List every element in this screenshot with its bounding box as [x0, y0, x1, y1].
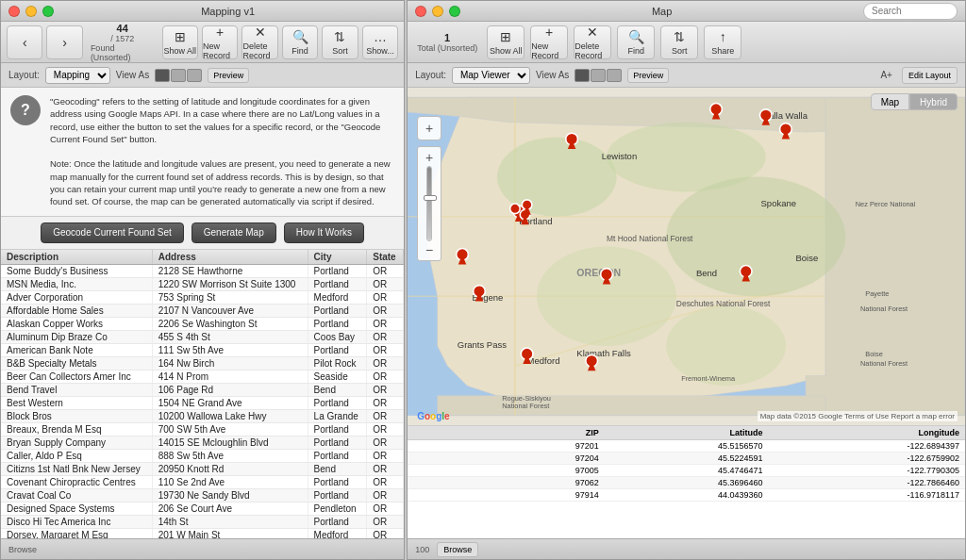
zoom-button[interactable]	[42, 6, 54, 17]
col-description[interactable]: Description	[1, 250, 152, 265]
table-row[interactable]: Cravat Coal Co 19730 Ne Sandy Blvd Portl…	[1, 488, 404, 502]
right-share-button[interactable]: ↑ Share	[704, 25, 741, 59]
layout-label: Layout:	[8, 70, 40, 80]
show-more-icon: …	[374, 29, 387, 44]
right-view-as-icons	[575, 69, 622, 82]
right-preview-button[interactable]: Preview	[627, 68, 669, 83]
pan-control[interactable]: +	[417, 116, 441, 140]
lower-data-table-container[interactable]: ZIP Latitude Longitude 97201 45.5156570 …	[408, 425, 965, 538]
preview-button[interactable]: Preview	[208, 68, 249, 83]
table-row[interactable]: Citizns 1st Natl Bnk New Jersey 20950 Kn…	[1, 462, 404, 475]
lower-table-row[interactable]: 97062 45.3696460 -122.7866460	[408, 477, 965, 489]
search-input[interactable]	[863, 3, 958, 20]
table-row[interactable]: MSN Media, Inc. 1220 SW Morrison St Suit…	[1, 277, 404, 290]
forward-button[interactable]: ›	[46, 25, 82, 59]
table-row[interactable]: Alaskan Copper Works 2206 Se Washington …	[1, 317, 404, 330]
records-table-container[interactable]: Description Address City State Some Budd…	[1, 250, 404, 538]
col-city[interactable]: City	[308, 250, 367, 265]
table-row[interactable]: Designed Space Systems 206 Se Court Ave …	[1, 502, 404, 515]
cell-description: Bend Travel	[1, 383, 152, 396]
map-container[interactable]: Portland Eugene Spokane Bend Lewiston Wa…	[408, 88, 965, 425]
lower-col-lng[interactable]: Longitude	[768, 426, 965, 440]
cell-state: OR	[367, 515, 404, 528]
right-delete-record-button[interactable]: ✕ Delete Record	[574, 25, 611, 59]
left-window: Mapping v1 ‹ › 44 / 1572 Found (Unsorted…	[0, 0, 405, 560]
table-row[interactable]: American Bank Note 111 Sw 5th Ave Portla…	[1, 343, 404, 356]
lower-table-row[interactable]: 97005 45.4746471 -122.7790305	[408, 465, 965, 477]
back-button[interactable]: ‹	[7, 25, 42, 59]
right-view-card-icon[interactable]	[607, 69, 622, 82]
sort-button[interactable]: ⇅ Sort	[322, 25, 358, 59]
right-sort-button[interactable]: ⇅ Sort	[660, 25, 698, 59]
cell-city: Portland	[308, 436, 367, 449]
view-list-icon[interactable]	[155, 69, 170, 82]
lower-table-row[interactable]: 97201 45.5156570 -122.6894397	[408, 440, 965, 453]
geocode-button[interactable]: Geocode Current Found Set	[41, 222, 184, 243]
generate-map-button[interactable]: Generate Map	[192, 222, 276, 243]
find-button[interactable]: 🔍 Find	[282, 25, 318, 59]
cell-address: 19730 Ne Sandy Blvd	[152, 488, 308, 502]
table-row[interactable]: Block Bros 10200 Wallowa Lake Hwy La Gra…	[1, 409, 404, 422]
table-row[interactable]: Caller, Aldo P Esq 888 Sw 5th Ave Portla…	[1, 449, 404, 462]
right-minimize-button[interactable]	[432, 6, 443, 17]
view-preview-icon[interactable]	[187, 69, 202, 82]
lower-cell-blank	[408, 453, 506, 465]
table-row[interactable]: Dorsey, Margaret M Esq 201 W Main St Med…	[1, 528, 404, 538]
right-view-grid-icon[interactable]	[591, 69, 606, 82]
table-row[interactable]: Affordable Home Sales 2107 N Vancouver A…	[1, 304, 404, 317]
right-layout-select[interactable]: Map Viewer	[452, 67, 530, 84]
table-row[interactable]: Aluminum Dip Braze Co 455 S 4th St Coos …	[1, 330, 404, 343]
map-tab-map[interactable]: Map	[871, 93, 909, 110]
right-zoom-button[interactable]	[449, 6, 460, 17]
zoom-out-btn[interactable]: −	[425, 243, 433, 256]
map-tab-hybrid[interactable]: Hybrid	[909, 93, 958, 110]
right-close-button[interactable]	[415, 6, 426, 17]
table-row[interactable]: Covenant Chiropractic Centres 110 Se 2nd…	[1, 475, 404, 488]
show-all-button[interactable]: ⊞ Show All	[162, 25, 198, 59]
right-new-record-button[interactable]: + New Record	[530, 25, 568, 59]
table-row[interactable]: B&B Specialty Metals 164 Nw Birch Pilot …	[1, 356, 404, 370]
table-row[interactable]: Adver Corporation 753 Spring St Medford …	[1, 290, 404, 304]
minimize-button[interactable]	[25, 6, 37, 17]
right-sort-icon: ⇅	[674, 29, 685, 44]
view-grid-icon[interactable]	[171, 69, 186, 82]
layout-select[interactable]: Mapping	[45, 67, 110, 84]
cell-state: OR	[367, 290, 404, 304]
record-total-label: / 1572	[110, 34, 134, 43]
how-it-works-button[interactable]: How It Works	[284, 222, 364, 243]
col-address[interactable]: Address	[152, 250, 308, 265]
new-record-button[interactable]: + New Record	[202, 25, 238, 59]
cell-description: Disco Hi Tec America Inc	[1, 515, 152, 528]
edit-layout-button[interactable]: Edit Layout	[902, 67, 958, 84]
cell-address: 700 SW 5th Ave	[152, 422, 308, 436]
browse-button-right[interactable]: Browse	[437, 542, 478, 557]
cell-address: 1504 NE Grand Ave	[152, 396, 308, 409]
lower-col-zip[interactable]: ZIP	[506, 426, 604, 440]
table-row[interactable]: Breaux, Brenda M Esq 700 SW 5th Ave Port…	[1, 422, 404, 436]
col-state[interactable]: State	[367, 250, 404, 265]
lower-table-row[interactable]: 97204 45.5224591 -122.6759902	[408, 453, 965, 465]
table-row[interactable]: Bend Travel 106 Page Rd Bend OR	[1, 383, 404, 396]
delete-record-button[interactable]: ✕ Delete Record	[242, 25, 277, 59]
map-navigation: + + −	[417, 116, 441, 261]
cell-description: Designed Space Systems	[1, 502, 152, 515]
lower-col-lat[interactable]: Latitude	[605, 426, 769, 440]
table-row[interactable]: Best Western 1504 NE Grand Ave Portland …	[1, 396, 404, 409]
zoom-slider[interactable]	[426, 166, 432, 241]
cell-city: Pilot Rock	[308, 356, 367, 370]
cell-city: Portland	[308, 475, 367, 488]
lower-table-row[interactable]: 97914 44.0439360 -116.9718117	[408, 489, 965, 502]
table-row[interactable]: Some Buddy's Business 2128 SE Hawthorne …	[1, 264, 404, 277]
show-more-button[interactable]: … Show...	[362, 25, 398, 59]
right-find-button[interactable]: 🔍 Find	[617, 25, 655, 59]
right-layout-bar: Layout: Map Viewer View As Preview A+ Ed…	[408, 63, 965, 88]
cell-description: Bryan Supply Company	[1, 436, 152, 449]
table-row[interactable]: Beer Can Collectors Amer Inc 414 N Prom …	[1, 370, 404, 383]
table-row[interactable]: Bryan Supply Company 14015 SE Mcloughlin…	[1, 436, 404, 449]
close-button[interactable]	[8, 6, 20, 17]
svg-text:Mt Hood National Forest: Mt Hood National Forest	[607, 234, 693, 243]
zoom-in-btn[interactable]: +	[425, 151, 433, 164]
right-show-all-button[interactable]: ⊞ Show All	[487, 25, 525, 59]
right-view-list-icon[interactable]	[575, 69, 590, 82]
table-row[interactable]: Disco Hi Tec America Inc 14th St Portlan…	[1, 515, 404, 528]
